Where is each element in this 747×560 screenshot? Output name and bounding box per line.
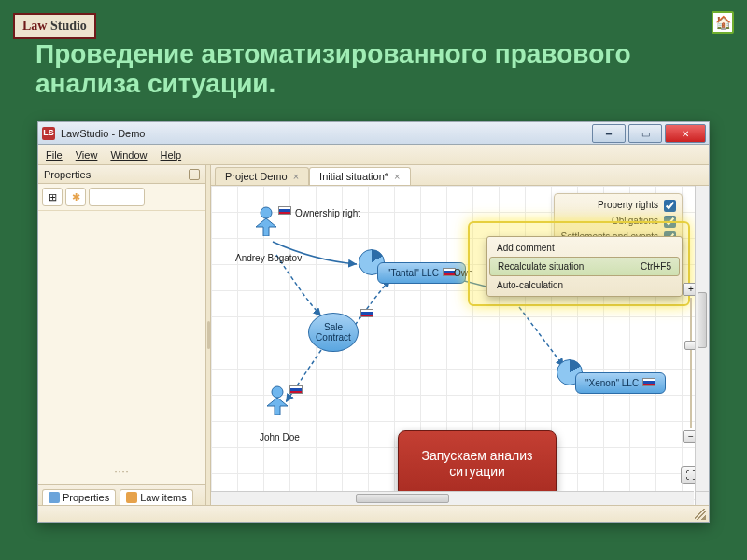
tab-initial-situation[interactable]: Initial situation*× <box>309 167 410 185</box>
node-sale-contract[interactable]: Sale Contract <box>308 313 359 352</box>
titlebar: LS LawStudio - Demo ━ ▭ ✕ <box>38 122 709 145</box>
window-title: LawStudio - Demo <box>61 128 146 139</box>
ctx-recalculate[interactable]: Recalculate situationCtrl+F5 <box>489 257 680 276</box>
properties-body: ···· <box>38 211 205 505</box>
properties-panel: Properties ⊞ ✱ ···· Properties Law items <box>38 165 206 505</box>
node-tantal[interactable]: "Tantal" LLC <box>377 262 466 284</box>
tab-properties[interactable]: Properties <box>42 489 116 505</box>
statusbar <box>38 505 709 522</box>
callout: Запускаем анализ ситуации <box>398 430 557 497</box>
node-xenon[interactable]: "Xenon" LLC <box>575 372 666 394</box>
tab-law-items[interactable]: Law items <box>120 489 193 505</box>
logo-text-2: Studio <box>47 19 86 33</box>
toolbar-btn-2[interactable]: ✱ <box>65 188 86 206</box>
scroll-corner <box>695 491 709 505</box>
legend-rights-checkbox[interactable] <box>664 200 676 212</box>
menu-view[interactable]: View <box>76 149 98 161</box>
grid-icon <box>49 492 60 503</box>
properties-header: Properties <box>38 165 205 184</box>
john-label: John Doe <box>260 432 300 442</box>
close-button[interactable]: ✕ <box>665 124 706 143</box>
flag-icon <box>360 309 374 317</box>
flag-icon <box>289 385 303 394</box>
pin-icon[interactable] <box>189 169 200 180</box>
ownership-label: Ownership right <box>295 208 360 218</box>
horizontal-scrollbar[interactable] <box>211 491 694 505</box>
properties-toolbar: ⊞ ✱ <box>38 184 205 211</box>
andrey-label: Andrey Bogatov <box>235 253 302 263</box>
maximize-button[interactable]: ▭ <box>628 124 662 143</box>
flag-icon <box>642 378 655 386</box>
document-tabs: Project Demo× Initial situation*× <box>211 165 709 186</box>
logo-text-1: Law <box>22 19 47 33</box>
person-icon <box>254 206 278 236</box>
legend-rights-label: Property rights <box>598 200 658 212</box>
app-window: LS LawStudio - Demo ━ ▭ ✕ File View Wind… <box>37 121 710 523</box>
editor-area: Project Demo× Initial situation*× <box>211 165 709 505</box>
context-menu: Add comment Recalculate situationCtrl+F5… <box>486 236 683 297</box>
minimize-button[interactable]: ━ <box>592 124 626 143</box>
app-icon: LS <box>42 127 55 140</box>
svg-point-1 <box>272 386 283 398</box>
callout-text: Запускаем анализ ситуации <box>399 448 556 480</box>
menu-file[interactable]: File <box>46 149 63 161</box>
logo: Law Studio <box>13 13 96 39</box>
svg-point-0 <box>261 207 272 218</box>
properties-title: Properties <box>44 169 91 180</box>
window-controls: ━ ▭ ✕ <box>592 122 709 143</box>
vertical-scrollbar[interactable] <box>695 186 709 491</box>
slide: Law Studio 🏠 Проведение автоматизированн… <box>0 0 747 560</box>
slide-title: Проведение автоматизированного правового… <box>35 21 719 99</box>
diagram-canvas[interactable]: Andrey Bogatov Ownership right "Tantal" … <box>211 186 709 505</box>
flag-icon <box>278 206 291 215</box>
properties-tabs: Properties Law items <box>38 484 205 505</box>
home-icon: 🏠 <box>715 15 731 30</box>
context-menu-highlight: Add comment Recalculate situationCtrl+F5… <box>486 236 683 297</box>
toolbar-btn-1[interactable]: ⊞ <box>42 188 63 206</box>
menubar: File View Window Help <box>38 145 709 165</box>
home-button[interactable]: 🏠 <box>712 11 734 34</box>
ctx-auto-calculation[interactable]: Auto-calculation <box>489 276 680 294</box>
person-icon <box>265 385 289 415</box>
book-icon <box>126 492 137 503</box>
tab-project-demo[interactable]: Project Demo× <box>215 167 309 185</box>
toolbar-select[interactable] <box>89 188 145 206</box>
menu-help[interactable]: Help <box>161 149 182 161</box>
zoom-track <box>690 298 692 428</box>
ctx-add-comment[interactable]: Add comment <box>489 239 680 257</box>
splitter-dots: ···· <box>114 466 129 477</box>
resize-grip[interactable] <box>695 509 706 520</box>
menu-window[interactable]: Window <box>110 149 147 161</box>
